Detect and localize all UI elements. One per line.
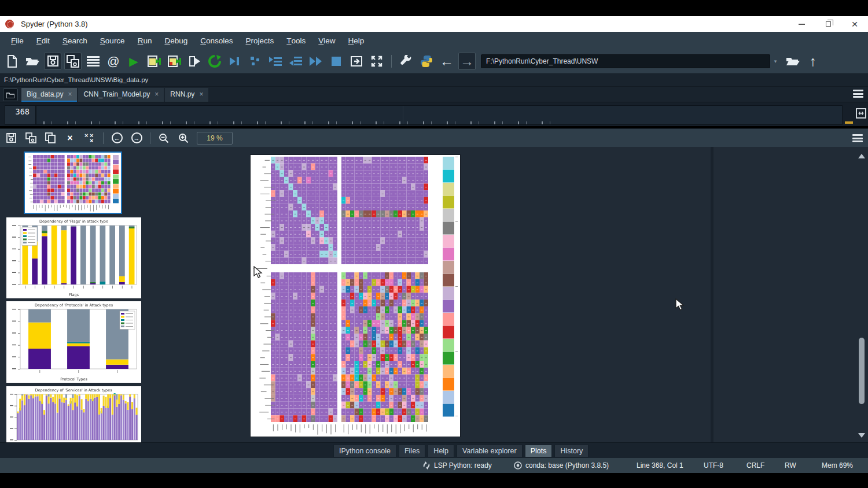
encoding-status: UTF-8 (704, 458, 723, 473)
run-cell-advance-icon[interactable] (165, 53, 183, 70)
next-plot-icon[interactable]: → (129, 131, 144, 146)
scroll-up-icon[interactable] (858, 154, 865, 158)
menu-tools[interactable]: Tools (280, 32, 312, 49)
lsp-icon (422, 461, 431, 469)
menu-source[interactable]: Source (94, 32, 131, 49)
step-return-icon[interactable] (287, 53, 304, 70)
continue-icon[interactable] (307, 53, 325, 70)
clipped-code-line (43, 121, 564, 124)
menu-debug[interactable]: Debug (158, 32, 194, 49)
file-switcher-icon[interactable] (84, 53, 102, 70)
run-selection-icon[interactable] (186, 53, 203, 70)
conda-icon (514, 461, 522, 469)
plot-thumbnail-heatmap[interactable] (25, 153, 121, 213)
tab-history[interactable]: History (554, 445, 589, 457)
tab-close-icon[interactable]: × (68, 90, 72, 98)
current-plot-figure (251, 155, 460, 437)
run-cell-icon[interactable] (145, 53, 163, 70)
tab-help[interactable]: Help (428, 445, 454, 457)
menu-consoles[interactable]: Consoles (194, 32, 239, 49)
restore-button[interactable] (815, 16, 841, 32)
debug-file-icon[interactable] (226, 53, 244, 70)
browse-tabs-button[interactable] (3, 88, 18, 101)
scroll-down-icon[interactable] (858, 433, 865, 438)
editor-tab-bar: Big_data.py× CNN_Train_Model.py× RNN.py× (0, 87, 868, 102)
tab-plots[interactable]: Plots (525, 445, 553, 457)
status-bar: LSP Python: ready conda: base (Python 3.… (0, 458, 868, 473)
close-button[interactable]: × (841, 16, 868, 32)
menu-view[interactable]: View (312, 32, 341, 49)
menu-projects[interactable]: Projects (240, 32, 281, 49)
working-directory-input[interactable]: F:\PythonRun\Cyber_Thread\UNSW (481, 54, 770, 68)
menu-search[interactable]: Search (56, 32, 94, 49)
lsp-status: LSP Python: ready (422, 458, 492, 473)
editor-pane[interactable]: 368 (0, 102, 868, 126)
parent-directory-icon[interactable]: ↑ (804, 53, 822, 70)
rerun-icon[interactable] (206, 53, 223, 70)
tab-ipython-console[interactable]: IPython console (333, 445, 396, 457)
run-file-icon[interactable]: ▶ (125, 53, 142, 70)
scrollbar-thumb[interactable] (859, 338, 865, 404)
tab-rnn-py[interactable]: RNN.py× (165, 88, 208, 102)
save-all-icon[interactable] (64, 53, 82, 70)
plots-toolbar: × ××× ← → 19 % (0, 128, 868, 147)
previous-plot-icon[interactable]: ← (109, 131, 124, 146)
remove-all-plots-icon[interactable]: ××× (82, 131, 97, 146)
menu-help[interactable]: Help (342, 32, 371, 49)
new-file-icon[interactable] (3, 53, 21, 70)
permissions-status: RW (785, 458, 796, 473)
plot-thumbnail-protocols[interactable] (6, 301, 141, 383)
zoom-in-icon[interactable] (176, 131, 191, 146)
save-icon[interactable] (44, 53, 61, 70)
title-bar: Spyder (Python 3.8) × (0, 16, 868, 32)
menu-bar: File Edit Search Source Run Debug Consol… (0, 32, 868, 49)
zoom-level-display: 19 % (197, 132, 233, 145)
zoom-out-icon[interactable] (156, 131, 171, 146)
back-icon[interactable]: ← (438, 53, 455, 70)
tab-big-data-py[interactable]: Big_data.py× (21, 88, 77, 102)
tab-cnn-train-model-py[interactable]: CNN_Train_Model.py× (78, 88, 164, 102)
tab-close-icon[interactable]: × (155, 90, 159, 98)
working-directory-value: F:\PythonRun\Cyber_Thread\UNSW (486, 57, 598, 65)
conda-status: conda: base (Python 3.8.5) (514, 458, 609, 473)
split-editor-icon[interactable] (856, 108, 866, 121)
code-area[interactable] (36, 105, 843, 125)
minimize-button[interactable] (788, 16, 815, 32)
plots-options-menu-icon[interactable] (852, 134, 863, 142)
menu-run[interactable]: Run (131, 32, 159, 49)
memory-status: Mem 69% (822, 458, 853, 473)
pane-divider[interactable] (711, 147, 713, 442)
stop-icon[interactable] (328, 53, 345, 70)
symbol-finder-icon[interactable]: @ (105, 53, 122, 70)
copy-plot-icon[interactable] (43, 131, 58, 146)
window-title: Spyder (Python 3.8) (21, 20, 88, 28)
breadcrumb: F:\PythonRun\Cyber_Thread\UNSW\Big_data.… (0, 73, 868, 87)
main-toolbar: @ ▶ ← → F:\PythonRun\Cyber_Thread\UNSW ▾… (0, 49, 868, 73)
save-all-plots-icon[interactable] (23, 131, 38, 146)
forward-icon[interactable]: → (458, 53, 476, 70)
menu-edit[interactable]: Edit (30, 32, 56, 49)
working-directory-dropdown-icon[interactable]: ▾ (771, 54, 779, 68)
thumbnails-scrollbar[interactable] (857, 147, 866, 442)
menu-file[interactable]: File (5, 32, 30, 49)
spyder-window: Spyder (Python 3.8) × File Edit Search S… (0, 0, 868, 488)
tab-files[interactable]: Files (399, 445, 425, 457)
maximize-pane-icon[interactable] (368, 53, 385, 70)
run-external-icon[interactable] (348, 53, 365, 70)
plot-thumbnail-flags[interactable] (6, 217, 141, 298)
cursor-position: Line 368, Col 1 (637, 458, 683, 473)
remove-plot-icon[interactable]: × (62, 131, 78, 146)
plot-thumbnail-services[interactable] (6, 386, 141, 442)
console-tab-bar: IPython console Files Help Variable expl… (0, 442, 868, 458)
step-into-icon[interactable] (267, 53, 284, 70)
save-plot-icon[interactable] (3, 131, 19, 146)
mouse-cursor-secondary (675, 298, 686, 311)
tab-close-icon[interactable]: × (199, 90, 203, 98)
preferences-icon[interactable] (398, 53, 415, 70)
open-file-icon[interactable] (24, 53, 41, 70)
editor-options-menu-icon[interactable] (853, 90, 863, 98)
tab-variable-explorer[interactable]: Variable explorer (457, 445, 523, 457)
browse-directory-icon[interactable] (784, 53, 801, 70)
debug-step-icon[interactable] (247, 53, 264, 70)
python-env-icon[interactable] (418, 53, 435, 70)
